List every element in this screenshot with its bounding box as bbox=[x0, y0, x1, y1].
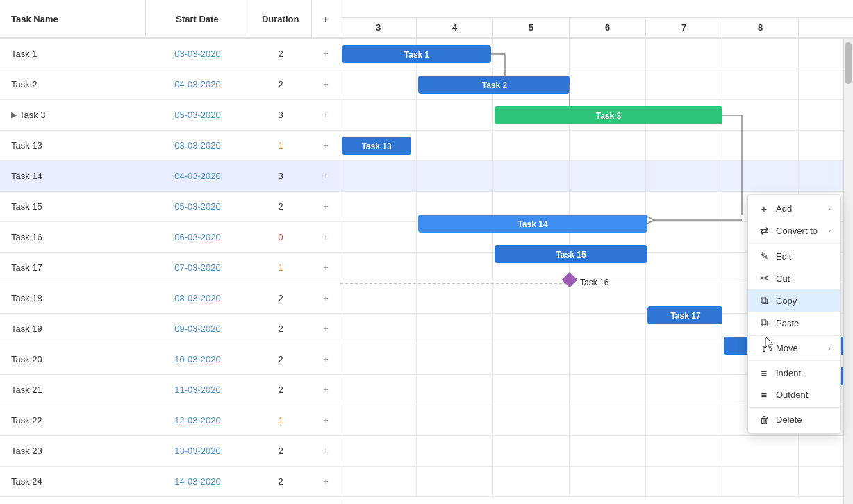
task-name-text-17: Task 17 bbox=[11, 262, 42, 273]
gantt-scrollbar[interactable] bbox=[843, 39, 853, 504]
ctx-outdent-label: Outdent bbox=[776, 389, 808, 400]
task-name-cell-3: ▶Task 3 bbox=[0, 110, 146, 120]
task-add-btn-18[interactable]: + bbox=[312, 293, 340, 303]
ctx-edit[interactable]: ✎ Edit bbox=[748, 245, 840, 267]
gantt-header-bottom: 3 4 5 6 7 8 bbox=[340, 18, 853, 37]
expand-arrow-3[interactable]: ▶ bbox=[11, 110, 17, 119]
task-row-13[interactable]: Task 1303-03-20201+ bbox=[0, 131, 340, 161]
task-row-14[interactable]: Task 1404-03-20203+ bbox=[0, 161, 340, 192]
task-list: Task 103-03-20202+Task 204-03-20202+▶Tas… bbox=[0, 39, 340, 504]
task-add-btn-1[interactable]: + bbox=[312, 49, 340, 59]
task-name-cell-13: Task 13 bbox=[0, 140, 146, 151]
outdent-icon: ≡ bbox=[758, 389, 770, 401]
task-panel: Task Name Start Date Duration + Task 103… bbox=[0, 0, 340, 504]
task-row-20[interactable]: Task 2010-03-20202+ bbox=[0, 344, 340, 375]
gantt-panel: 3 4 5 6 7 8 bbox=[340, 0, 853, 504]
task-date-21: 11-03-2020 bbox=[146, 385, 250, 395]
ctx-convert[interactable]: ⇄ Convert to › bbox=[748, 219, 840, 242]
task-name-cell-17: Task 17 bbox=[0, 262, 146, 273]
task-name-text-15: Task 15 bbox=[11, 201, 42, 212]
ctx-copy[interactable]: ⧉ Copy bbox=[748, 289, 840, 312]
task-duration-21: 2 bbox=[249, 385, 312, 395]
task-name-cell-21: Task 21 bbox=[0, 385, 146, 395]
task-name-text-21: Task 21 bbox=[11, 385, 42, 395]
ctx-outdent[interactable]: ≡ Outdent bbox=[748, 384, 840, 405]
header-add[interactable]: + bbox=[312, 0, 340, 37]
task-duration-16: 0 bbox=[249, 232, 312, 242]
delete-icon: 🗑 bbox=[758, 414, 770, 426]
task-name-text-23: Task 23 bbox=[11, 446, 42, 456]
gantt-col-7: 7 bbox=[646, 18, 722, 37]
ctx-delete[interactable]: 🗑 Delete bbox=[748, 409, 840, 430]
task-add-btn-2[interactable]: + bbox=[312, 79, 340, 90]
gantt-col-4: 4 bbox=[417, 18, 493, 37]
task-date-15: 05-03-2020 bbox=[146, 201, 250, 212]
task-name-text-14: Task 14 bbox=[11, 171, 42, 181]
task-duration-2: 2 bbox=[249, 79, 312, 90]
task-name-text-2: Task 2 bbox=[11, 79, 38, 90]
task-add-btn-22[interactable]: + bbox=[312, 415, 340, 426]
task-add-btn-23[interactable]: + bbox=[312, 446, 340, 456]
task-row-17[interactable]: Task 1707-03-20201+ bbox=[0, 253, 340, 283]
task-row-2[interactable]: Task 204-03-20202+ bbox=[0, 69, 340, 100]
task-row-24[interactable]: Task 2414-03-20202+ bbox=[0, 467, 340, 497]
task-name-cell-23: Task 23 bbox=[0, 446, 146, 456]
task-row-16[interactable]: Task 1606-03-20200+ bbox=[0, 222, 340, 253]
task-duration-15: 2 bbox=[249, 201, 312, 212]
task-add-btn-16[interactable]: + bbox=[312, 232, 340, 242]
task-name-text-18: Task 18 bbox=[11, 293, 42, 303]
ctx-indent[interactable]: ≡ Indent bbox=[748, 362, 840, 384]
ctx-add-label: Add bbox=[776, 203, 792, 214]
task-name-cell-16: Task 16 bbox=[0, 232, 146, 242]
task-add-btn-20[interactable]: + bbox=[312, 354, 340, 364]
ctx-move-label: Move bbox=[776, 343, 798, 353]
task-date-22: 12-03-2020 bbox=[146, 415, 250, 426]
task-row-18[interactable]: Task 1808-03-20202+ bbox=[0, 283, 340, 314]
ctx-paste[interactable]: ⧉ Paste bbox=[748, 312, 840, 334]
ctx-move[interactable]: ↕ Move › bbox=[748, 337, 840, 359]
task-row-23[interactable]: Task 2313-03-20202+ bbox=[0, 436, 340, 467]
ctx-add[interactable]: + Add › bbox=[748, 198, 840, 219]
task-add-btn-24[interactable]: + bbox=[312, 476, 340, 487]
task-date-23: 13-03-2020 bbox=[146, 446, 250, 456]
task-add-btn-17[interactable]: + bbox=[312, 262, 340, 273]
task-name-cell-20: Task 20 bbox=[0, 354, 146, 364]
task-row-22[interactable]: Task 2212-03-20201+ bbox=[0, 405, 340, 436]
copy-icon: ⧉ bbox=[758, 294, 770, 307]
task-row-1[interactable]: Task 103-03-20202+ bbox=[0, 39, 340, 69]
task-name-cell-2: Task 2 bbox=[0, 79, 146, 90]
task-date-18: 08-03-2020 bbox=[146, 293, 250, 303]
task-row-15[interactable]: Task 1505-03-20202+ bbox=[0, 192, 340, 222]
gantt-col-3: 3 bbox=[340, 18, 417, 37]
task-name-text-3: Task 3 bbox=[19, 110, 46, 120]
ctx-cut[interactable]: ✂ Cut bbox=[748, 267, 840, 289]
task-name-cell-22: Task 22 bbox=[0, 415, 146, 426]
task-row-3[interactable]: ▶Task 305-03-20203+ bbox=[0, 100, 340, 131]
gantt-col-8: 8 bbox=[722, 18, 799, 37]
task-name-text-13: Task 13 bbox=[11, 140, 42, 151]
ctx-copy-label: Copy bbox=[776, 296, 797, 306]
task-row-19[interactable]: Task 1909-03-20202+ bbox=[0, 314, 340, 344]
paste-icon: ⧉ bbox=[758, 317, 770, 329]
task-duration-1: 2 bbox=[249, 49, 312, 59]
context-menu: + Add › ⇄ Convert to › ✎ Edit ✂ Cut ⧉ Co… bbox=[747, 194, 841, 434]
gantt-col-6: 6 bbox=[570, 18, 646, 37]
task-add-btn-3[interactable]: + bbox=[312, 110, 340, 120]
task-add-btn-15[interactable]: + bbox=[312, 201, 340, 212]
add-icon: + bbox=[758, 203, 770, 215]
task-add-btn-14[interactable]: + bbox=[312, 171, 340, 181]
task-row-21[interactable]: Task 2111-03-20202+ bbox=[0, 375, 340, 405]
task-date-24: 14-03-2020 bbox=[146, 476, 250, 487]
task-date-20: 10-03-2020 bbox=[146, 354, 250, 364]
cut-icon: ✂ bbox=[758, 272, 770, 285]
ctx-add-arrow: › bbox=[828, 204, 831, 214]
task-duration-24: 2 bbox=[249, 476, 312, 487]
task-duration-14: 3 bbox=[249, 171, 312, 181]
task-add-btn-13[interactable]: + bbox=[312, 140, 340, 151]
task-add-btn-21[interactable]: + bbox=[312, 385, 340, 395]
gantt-scrollbar-thumb[interactable] bbox=[845, 42, 852, 84]
task-add-btn-19[interactable]: + bbox=[312, 324, 340, 334]
task-name-cell-18: Task 18 bbox=[0, 293, 146, 303]
task-date-19: 09-03-2020 bbox=[146, 324, 250, 334]
task-duration-19: 2 bbox=[249, 324, 312, 334]
